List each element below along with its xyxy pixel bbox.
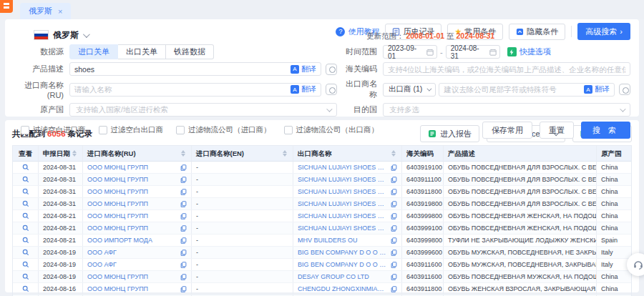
destination-select[interactable]: 支持多选 [383,103,630,117]
advanced-search-button[interactable]: 高级搜索 › [577,23,630,40]
row-origin: China [597,271,631,282]
copy-icon[interactable] [388,225,397,232]
reset-button[interactable]: 重置 [540,122,574,139]
view-detail-icon[interactable] [22,164,29,171]
checkbox-icon[interactable] [21,126,29,134]
product-desc-input[interactable] [70,63,291,75]
filter-blank-exporter[interactable]: 过滤空白出口商 [99,125,164,135]
copy-icon[interactable] [177,237,187,244]
view-detail-icon[interactable] [22,261,29,268]
exporter-type-select[interactable]: 出口商 (1) [383,83,436,97]
input-history-icon[interactable] [326,64,337,75]
view-detail-icon[interactable] [22,225,29,232]
view-detail-icon[interactable] [22,212,29,219]
hs-code-input[interactable] [384,63,630,75]
tab-close-icon[interactable]: × [58,7,62,16]
importer-ru-link[interactable]: ООО МЮНЦ ГРУПП [87,283,148,295]
importer-ru-link[interactable]: ООО МЮНЦ ГРУПП [87,198,148,209]
search-button[interactable]: 搜 索 [581,122,630,139]
exporter-link[interactable]: MHV BUILDERS OU [298,235,358,246]
time-range-label: 时间范围 [341,46,383,57]
importer-ru-link[interactable]: ООО МЮНЦ ГРУПП [87,271,148,282]
tab-export-customs[interactable]: 出口关单 [118,44,166,59]
sort-icon[interactable] [391,150,397,157]
copy-icon[interactable] [177,286,187,292]
sort-icon[interactable] [283,150,288,157]
checkbox-icon[interactable] [99,126,107,134]
view-detail-icon[interactable] [22,285,29,292]
copy-icon[interactable] [177,164,187,171]
input-history-icon[interactable] [326,84,337,95]
tab-russia[interactable]: 俄罗斯 × [20,3,71,19]
exporter-link[interactable]: SICHUAN LUJIAYI SHOES CO LTD [298,210,388,222]
copy-icon[interactable] [177,250,187,256]
exporter-link[interactable]: SICHUAN LUJIAYI SHOES CO LTD [298,162,388,173]
filter-blank-importer[interactable]: 过滤空白进口商 [21,125,86,135]
end-date-input[interactable]: 2024-08-31 [446,45,500,59]
tab-railway-data[interactable]: 铁路数据 [166,44,214,59]
importer-ru-link[interactable]: ООО ИМПОРТ МОДА [87,235,152,246]
row-origin: China [597,174,631,185]
checkbox-icon[interactable] [176,126,185,134]
copy-icon[interactable] [177,177,187,183]
save-common-button[interactable]: 保存常用 [482,122,532,139]
copy-icon[interactable] [388,177,397,183]
filter-logistics-exporter[interactable]: 过滤物流公司（出口商） [284,125,379,135]
importer-ru-input[interactable] [70,84,291,96]
origin-select[interactable]: 支持输入国家/地区进行检索 [69,103,337,117]
copy-icon[interactable] [388,274,397,280]
copy-icon[interactable] [388,213,397,219]
row-hs-code: 6403911600 [402,271,444,282]
importer-ru-link[interactable]: ООО МЮНЦ ГРУПП [87,210,148,222]
copy-icon[interactable] [388,201,397,207]
exporter-link[interactable]: BIG BEN COMPANY D O O FROM BEST T [298,259,388,270]
customer-service-button[interactable] [627,253,644,276]
exporter-link[interactable]: BIG BEN COMPANY D O O FROM BEST T [298,247,388,258]
view-detail-icon[interactable] [22,237,29,244]
copy-icon[interactable] [388,189,397,195]
exporter-link[interactable]: SICHUAN LUJIAYI SHOES CO LTD [298,186,388,197]
sort-icon[interactable] [181,150,187,157]
copy-icon[interactable] [177,213,187,219]
exporter-link[interactable]: SICHUAN LUJIAYI SHOES CO LTD [298,174,388,185]
view-detail-icon[interactable] [22,200,29,207]
tab-import-customs[interactable]: 进口关单 [69,44,118,59]
copy-icon[interactable] [388,262,397,268]
copy-icon[interactable] [388,250,397,256]
quick-options-button[interactable]: 快捷选项 [507,46,551,57]
exporter-input[interactable] [439,84,584,96]
importer-ru-link[interactable]: ООО МЮНЦ ГРУПП [87,174,148,185]
importer-ru-link[interactable]: ООО АФГ [87,259,117,270]
importer-ru-link[interactable]: ООО МЮНЦ ГРУПП [87,162,148,173]
exporter-link[interactable]: CHENGDU ZHONGXINMIAO TRADING C [298,283,388,295]
input-history-icon[interactable] [619,84,630,95]
view-detail-icon[interactable] [22,273,29,280]
copy-icon[interactable] [177,189,187,195]
copy-icon[interactable] [177,201,187,207]
importer-ru-link[interactable]: ООО МЮНЦ ГРУПП [87,186,148,197]
copy-icon[interactable] [388,164,397,171]
view-detail-icon[interactable] [22,188,29,195]
copy-icon[interactable] [177,262,187,268]
hide-conditions-button[interactable]: 隐藏条件 [509,24,565,40]
importer-ru-link[interactable]: ООО МЮНЦ ГРУПП [87,222,148,234]
translate-button[interactable]: A 翻译 [291,84,321,94]
exporter-link[interactable]: SICHUAN LUJIAYI SHOES CO LTD [298,198,388,209]
checkbox-icon[interactable] [284,126,293,134]
translate-icon: A [584,85,592,94]
copy-icon[interactable] [388,237,397,244]
copy-icon[interactable] [177,225,187,232]
copy-icon[interactable] [388,286,397,292]
start-date-input[interactable]: 2023-09-01 [383,45,437,59]
copy-icon[interactable] [177,274,187,280]
importer-ru-link[interactable]: ООО АФГ [87,247,117,258]
translate-button[interactable]: A 翻译 [291,64,321,74]
country-selector[interactable]: 俄罗斯 [34,29,88,41]
translate-button[interactable]: A 翻译 [584,84,614,94]
exporter-link[interactable]: SICHUAN LUJIAYI SHOES CO LTD [298,222,388,234]
exporter-link[interactable]: DESAY GROUP CO LTD [298,271,369,282]
sort-icon[interactable] [72,150,78,157]
filter-logistics-importer[interactable]: 过滤物流公司（进口商） [176,125,271,135]
view-detail-icon[interactable] [22,176,29,183]
view-detail-icon[interactable] [22,249,29,256]
